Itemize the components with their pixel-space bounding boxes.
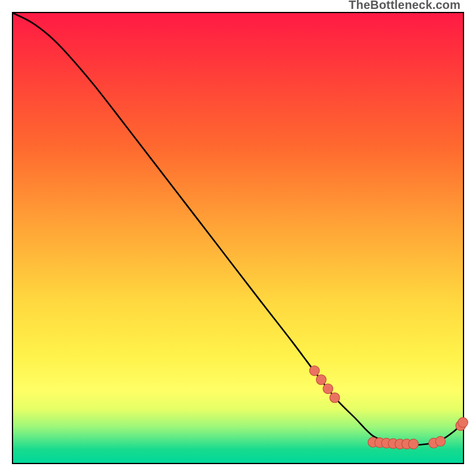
curve-marker: [436, 436, 446, 446]
curve-marker: [323, 384, 333, 394]
chart-svg: [13, 13, 463, 463]
plot-area: TheBottleneck.com: [12, 12, 464, 464]
curve-marker: [458, 418, 468, 428]
bottleneck-curve: [13, 13, 463, 445]
curve-marker: [409, 439, 419, 449]
chart-container: TheBottleneck.com: [0, 0, 476, 476]
watermark-text: TheBottleneck.com: [349, 0, 461, 12]
curve-markers: [309, 366, 468, 449]
curve-marker: [330, 393, 340, 403]
curve-marker: [317, 375, 327, 385]
curve-marker: [309, 366, 320, 376]
